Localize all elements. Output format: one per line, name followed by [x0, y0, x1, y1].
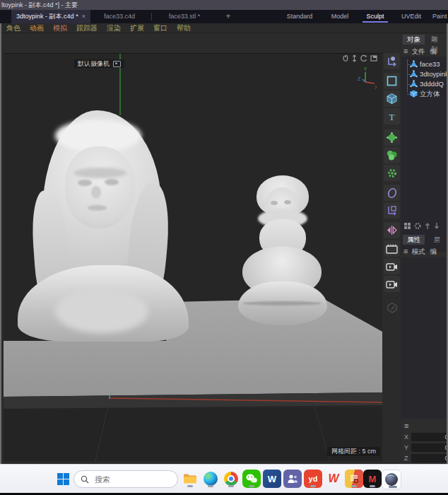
- pan-hand-icon[interactable]: [341, 54, 350, 62]
- tab-divider: [151, 13, 152, 21]
- coordinates-hamburger-icon[interactable]: ≡: [404, 421, 408, 430]
- viewport-3d[interactable]: 默认摄像机 Y X Z 网格间距 : 5 cm: [4, 53, 382, 461]
- teams-icon[interactable]: [283, 470, 302, 488]
- svg-text:T: T: [389, 112, 395, 122]
- polygon-object-icon: [410, 60, 418, 68]
- hamburger-icon[interactable]: ≡: [403, 247, 408, 255]
- wechat-icon[interactable]: [242, 470, 261, 488]
- object-manager-menu: ≡文件编辑: [403, 46, 447, 56]
- menu-bar: 角色动画模拟跟踪器渲染扩展窗口帮助: [0, 23, 448, 33]
- chrome-browser-icon[interactable]: [222, 470, 240, 488]
- text-tool-icon[interactable]: T: [384, 108, 400, 124]
- panel-icon-row: [404, 221, 447, 232]
- axis-y-label: Y: [364, 66, 367, 71]
- document-tab-bar: 3dtoypink - 副本.c4d *× face33.c4d face33.…: [0, 10, 448, 23]
- menu-character[interactable]: 角色: [6, 24, 20, 32]
- word-icon[interactable]: W: [263, 470, 281, 488]
- sculpt-palette: T: [382, 52, 401, 464]
- hamburger-icon[interactable]: ≡: [403, 47, 408, 55]
- orbit-icon[interactable]: [359, 54, 368, 62]
- coord-row-y: Y 0 cm: [403, 443, 447, 452]
- polygon-object-icon: [410, 70, 418, 78]
- menu-render[interactable]: 渲染: [107, 24, 121, 32]
- youdao-dict-icon[interactable]: yd: [304, 470, 322, 488]
- axis-x-label: X: [375, 85, 377, 90]
- sculpt-figure-girl-bust[interactable]: [14, 107, 191, 344]
- right-panel: 对象 雕刻层 ≡文件编辑 face33 3dtoypink 3ddddQ 立方体: [401, 34, 447, 464]
- xpresso-axis-icon[interactable]: [384, 202, 400, 219]
- object-row-face33[interactable]: face33: [401, 59, 447, 69]
- window-left-frame: [0, 23, 1, 464]
- object-row-3ddddQ[interactable]: 3ddddQ: [401, 79, 447, 89]
- search-icon: [81, 475, 89, 484]
- generator-gear-icon[interactable]: [384, 165, 400, 181]
- camera-label[interactable]: 默认摄像机: [74, 59, 124, 68]
- attribute-empty-area: [401, 257, 447, 419]
- subdivision-surface-icon[interactable]: [384, 129, 400, 146]
- object-row-3dtoypink[interactable]: 3dtoypink: [401, 69, 447, 79]
- polygon-object-icon: [410, 80, 418, 88]
- coord-row-x: X 0 cm: [403, 433, 447, 441]
- camera-alt-icon[interactable]: [384, 276, 400, 292]
- menu-window[interactable]: 窗口: [153, 24, 167, 32]
- tab-layers[interactable]: 层: [430, 235, 445, 245]
- menu-help[interactable]: 帮助: [177, 24, 191, 32]
- menu-animation[interactable]: 动画: [30, 24, 44, 32]
- menu-tracker[interactable]: 跟踪器: [76, 24, 98, 32]
- maximize-icon[interactable]: [370, 54, 379, 62]
- camera-icon: [113, 61, 121, 67]
- menu-simulate[interactable]: 模拟: [53, 24, 67, 32]
- sculpt-figure-doll[interactable]: [230, 175, 332, 330]
- grid-spacing-label: 网格间距 : 5 cm: [327, 447, 380, 456]
- doc-tab-face33c4d[interactable]: face33.c4d: [92, 10, 147, 23]
- edge-browser-icon[interactable]: [201, 470, 220, 488]
- taskbar-search[interactable]: [73, 470, 178, 488]
- object-row-cube[interactable]: 立方体: [401, 89, 447, 99]
- attribute-menu: ≡模式编辑: [403, 246, 447, 256]
- sculpt-pen-icon[interactable]: [384, 299, 400, 315]
- coord-x-field[interactable]: 0 cm: [411, 433, 447, 441]
- layout-tab-model[interactable]: Model: [324, 10, 356, 23]
- cinema4d-app-icon[interactable]: [382, 470, 401, 489]
- docs-search-tool-icon[interactable]: [345, 470, 363, 488]
- coord-y-field[interactable]: 0 cm: [411, 443, 447, 452]
- deformer-ellipse-icon[interactable]: [384, 185, 400, 201]
- tab-attributes[interactable]: 属性: [403, 235, 425, 245]
- window-title: ltoypink - 副本.c4d *] - 主要: [1, 1, 78, 8]
- layout-tab-uvedit[interactable]: UVEdit: [394, 10, 428, 23]
- tab-objects[interactable]: 对象: [403, 35, 425, 45]
- coord-row-z: Z 0 cm: [403, 454, 447, 462]
- render-clapper-icon[interactable]: [384, 240, 400, 257]
- cube-object-icon: [410, 90, 418, 98]
- windows-taskbar: W yd W M: [0, 464, 448, 494]
- file-explorer-icon[interactable]: [181, 470, 199, 488]
- dolly-icon[interactable]: [350, 54, 359, 62]
- layout-tab-sculpt[interactable]: Sculpt: [359, 10, 391, 23]
- mastergo-icon[interactable]: M: [363, 470, 382, 488]
- doc-tab-active[interactable]: 3dtoypink - 副本.c4d *×: [11, 10, 90, 23]
- move-axis-icon[interactable]: [384, 53, 400, 69]
- axis-z-label: Z: [358, 76, 361, 81]
- windows-start-button[interactable]: [54, 470, 72, 488]
- doc-tab-face33stl[interactable]: face33.stl *: [157, 10, 212, 23]
- close-tab-icon[interactable]: ×: [82, 13, 86, 20]
- tab-sculpt-layers[interactable]: 雕刻层: [427, 35, 447, 45]
- menu-file[interactable]: 文件: [411, 47, 425, 55]
- spline-rect-icon[interactable]: [384, 73, 400, 89]
- menu-extensions[interactable]: 扩展: [130, 24, 144, 32]
- cinema4d-window: ltoypink - 副本.c4d *] - 主要 3dtoypink - 副本…: [0, 0, 448, 495]
- volume-builder-icon[interactable]: [384, 147, 400, 163]
- layout-tab-paint[interactable]: Paint: [432, 10, 448, 23]
- layout-tab-standard[interactable]: Standard: [280, 10, 319, 23]
- search-input[interactable]: [93, 474, 167, 484]
- axis-gizmo: Y X Z: [354, 66, 377, 91]
- cube-primitive-icon[interactable]: [384, 91, 400, 107]
- title-bar: ltoypink - 副本.c4d *] - 主要: [0, 0, 448, 10]
- symmetry-icon[interactable]: [384, 222, 400, 238]
- menu-mode[interactable]: 模式: [411, 248, 425, 255]
- add-tab-button[interactable]: +: [220, 10, 236, 23]
- coord-z-field[interactable]: 0 cm: [411, 454, 447, 462]
- camera-icon[interactable]: [384, 258, 400, 274]
- wps-office-icon[interactable]: W: [324, 470, 343, 488]
